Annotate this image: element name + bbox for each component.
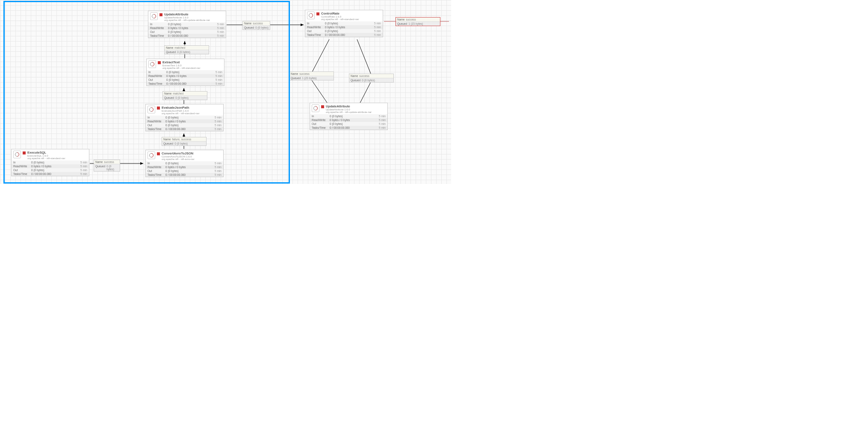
processor-icon	[148, 106, 155, 113]
processor-icon	[312, 104, 319, 112]
processor-name: ConvertAvroToJSON	[162, 151, 221, 155]
processor-name: ExecuteSQL	[27, 151, 87, 154]
processor-updateattribute-2[interactable]: UpdateAttribute UpdateAttribute 1.6.0 or…	[310, 103, 388, 130]
processor-bundle: org.apache.nifi - nifi-standard-nar	[321, 18, 381, 21]
stopped-icon	[159, 13, 162, 16]
stopped-icon	[158, 61, 161, 64]
processor-bundle: org.apache.nifi - nifi-update-attribute-…	[326, 111, 386, 113]
stopped-icon	[321, 105, 324, 108]
stopped-icon	[23, 151, 26, 154]
processor-executesql[interactable]: ExecuteSQL ExecuteSQL 1.6.0 org.apache.n…	[11, 149, 89, 176]
svg-line-6	[311, 39, 329, 74]
processor-bundle: org.apache.nifi - nifi-standard-nar	[27, 157, 87, 160]
processor-name: EvaluateJsonPath	[162, 106, 221, 110]
processor-name: UpdateAttribute	[326, 104, 386, 108]
processor-name: ControlRate	[321, 12, 381, 15]
processor-extracttext[interactable]: ExtractText ExtractText 1.6.0 org.apache…	[146, 59, 224, 86]
svg-line-8	[357, 39, 371, 74]
processor-icon	[150, 12, 158, 20]
stopped-icon	[157, 107, 160, 110]
processor-bundle: org.apache.nifi - nifi-standard-nar	[162, 67, 222, 69]
stopped-icon	[316, 12, 319, 15]
processor-icon	[148, 151, 155, 159]
processor-name: UpdateAttribute	[164, 12, 224, 16]
processor-evaluatejsonpath[interactable]: EvaluateJsonPath EvaluateJsonPath 1.6.0 …	[145, 104, 224, 131]
processor-icon	[148, 60, 156, 68]
stopped-icon	[157, 152, 160, 155]
connection-control-out[interactable]: Namesuccess Queued1 (23 bytes)	[396, 17, 440, 26]
processor-icon	[307, 12, 315, 19]
processor-icon	[13, 151, 21, 158]
connection-eval-to-extract[interactable]: Namematched Queued0 (0 bytes)	[162, 91, 207, 100]
processor-bundle: org.apache.nifi - nifi-update-attribute-…	[164, 19, 224, 21]
processor-updateattribute-1[interactable]: UpdateAttribute UpdateAttribute 1.6.0 or…	[148, 11, 226, 38]
connection-control-to-update2-b[interactable]: Namesuccess Queued0 (0 bytes)	[349, 74, 394, 83]
canvas-grid[interactable]: ExecuteSQL ExecuteSQL 1.6.0 org.apache.n…	[0, 0, 451, 184]
processor-controlrate[interactable]: ControlRate ControlRate 1.6.0 org.apache…	[305, 10, 383, 37]
connection-update-to-control[interactable]: Namesuccess Queued0 (0 bytes)	[242, 21, 270, 30]
connection-exec-to-avro[interactable]: Namesuccess Queued0 (0 bytes)	[94, 160, 120, 172]
processor-bundle: org.apache.nifi - nifi-avro-nar	[162, 158, 221, 160]
processor-bundle: org.apache.nifi - nifi-standard-nar	[162, 112, 221, 115]
connection-extract-to-update[interactable]: Namematched Queued0 (0 bytes)	[164, 45, 209, 54]
processor-convertavrotojson[interactable]: ConvertAvroToJSON ConvertAvroToJSON 1.6.…	[145, 150, 224, 177]
connection-avro-to-eval[interactable]: Namefailure, success Queued0 (0 bytes)	[162, 137, 207, 146]
connection-control-to-update2-a[interactable]: Namesuccess Queued1 (23 bytes)	[289, 71, 334, 80]
processor-name: ExtractText	[162, 60, 222, 64]
